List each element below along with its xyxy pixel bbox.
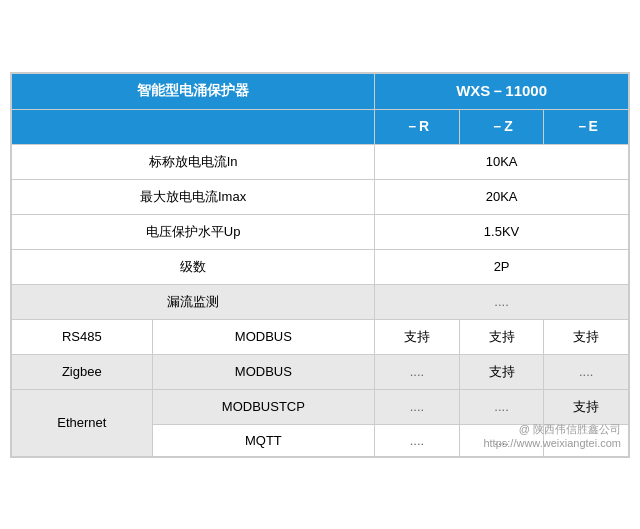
table-row: 级数 2P xyxy=(12,249,629,284)
param-label: 最大放电电流Imax xyxy=(12,179,375,214)
product-table: 智能型电涌保护器 WXS－11000 －R －Z －E 标称放电电流In 10K… xyxy=(10,72,630,458)
col-z-header: －Z xyxy=(459,109,544,144)
table-row: 标称放电电流In 10KA xyxy=(12,144,629,179)
param-label: 级数 xyxy=(12,249,375,284)
interface-label: RS485 xyxy=(12,319,153,354)
param-value: 20KA xyxy=(375,179,629,214)
col-r-value: .... xyxy=(375,424,460,456)
interface-label: Ethernet xyxy=(12,389,153,456)
col-r-value: .... xyxy=(375,354,460,389)
col-e-value xyxy=(544,424,629,456)
protocol-label: MODBUS xyxy=(152,354,375,389)
param-value: 10KA xyxy=(375,144,629,179)
model-header: WXS－11000 xyxy=(375,73,629,109)
product-title-repeat xyxy=(12,109,375,144)
protocol-label: MODBUSTCP xyxy=(152,389,375,424)
protocol-label: MODBUS xyxy=(152,319,375,354)
table-row: RS485 MODBUS 支持 支持 支持 xyxy=(12,319,629,354)
table-row: Zigbee MODBUS .... 支持 .... xyxy=(12,354,629,389)
param-label: 漏流监测 xyxy=(12,284,375,319)
table-row: 电压保护水平Up 1.5KV xyxy=(12,214,629,249)
col-r-value: 支持 xyxy=(375,319,460,354)
param-value: 2P xyxy=(375,249,629,284)
col-z-value: 支持 xyxy=(459,354,544,389)
param-value: .... xyxy=(375,284,629,319)
col-e-value: .... xyxy=(544,354,629,389)
col-z-value: .... xyxy=(459,424,544,456)
col-e-value: 支持 xyxy=(544,319,629,354)
param-label: 标称放电电流In xyxy=(12,144,375,179)
interface-label: Zigbee xyxy=(12,354,153,389)
table-row: 漏流监测 .... xyxy=(12,284,629,319)
param-value: 1.5KV xyxy=(375,214,629,249)
col-r-header: －R xyxy=(375,109,460,144)
product-title: 智能型电涌保护器 xyxy=(12,73,375,109)
col-r-value: .... xyxy=(375,389,460,424)
col-e-value: 支持 xyxy=(544,389,629,424)
table-row: Ethernet MODBUSTCP .... .... 支持 xyxy=(12,389,629,424)
col-z-value: 支持 xyxy=(459,319,544,354)
param-label: 电压保护水平Up xyxy=(12,214,375,249)
protocol-label: MQTT xyxy=(152,424,375,456)
col-e-header: －E xyxy=(544,109,629,144)
col-z-value: .... xyxy=(459,389,544,424)
table-row: 最大放电电流Imax 20KA xyxy=(12,179,629,214)
